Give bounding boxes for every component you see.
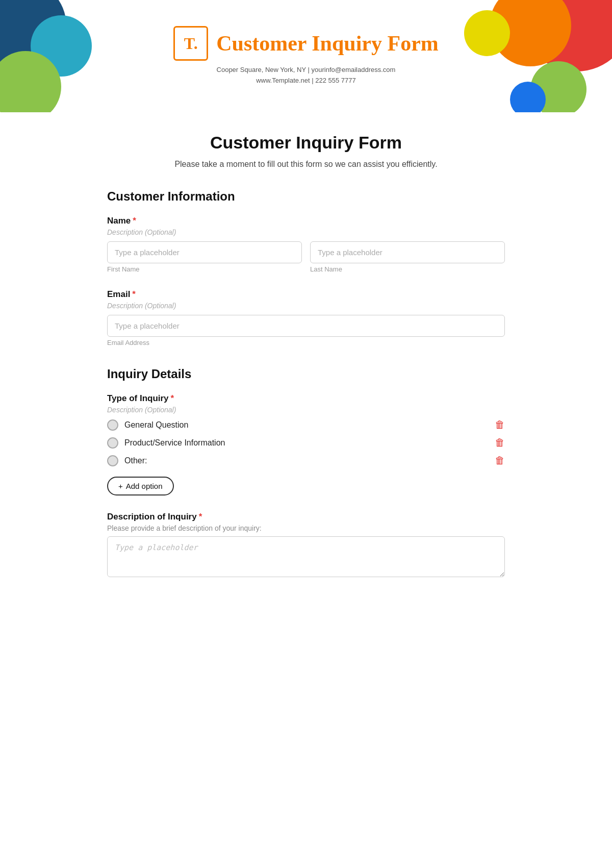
blob-orange-top: [490, 0, 571, 66]
required-star-type: *: [171, 393, 174, 403]
description-textarea[interactable]: [107, 536, 505, 577]
form-subtitle: Please take a moment to fill out this fo…: [107, 160, 505, 169]
form-main-title: Customer Inquiry Form: [107, 133, 505, 153]
add-option-button[interactable]: + Add option: [107, 477, 174, 495]
logo-row: T. Customer Inquiry Form: [173, 26, 439, 61]
radio-circle-1[interactable]: [107, 437, 118, 449]
radio-label-1: Product/Service Information: [124, 438, 225, 448]
header-title: Customer Inquiry Form: [216, 31, 439, 56]
field-description-inquiry-type: Description (Optional): [107, 406, 505, 414]
required-star-description: *: [199, 512, 202, 522]
radio-option-2: Other: 🗑: [107, 455, 505, 466]
logo-letter: T.: [184, 34, 198, 53]
blob-red-top: [520, 0, 612, 71]
description-hint: Please provide a brief description of yo…: [107, 524, 505, 532]
header-content: T. Customer Inquiry Form Cooper Square, …: [173, 26, 439, 86]
blob-blue-right: [510, 82, 546, 112]
radio-label-0: General Question: [124, 420, 188, 430]
radio-left-0: General Question: [107, 419, 188, 431]
field-group-description: Description of Inquiry* Please provide a…: [107, 512, 505, 579]
field-label-inquiry-type: Type of Inquiry*: [107, 393, 505, 404]
field-label-name: Name*: [107, 216, 505, 226]
field-group-email: Email* Description (Optional) Email Addr…: [107, 289, 505, 346]
email-wrapper: Email Address: [107, 315, 505, 346]
first-name-input[interactable]: [107, 241, 302, 263]
last-name-wrapper: Last Name: [310, 241, 505, 273]
radio-left-2: Other:: [107, 455, 147, 466]
section-inquiry-details: Inquiry Details: [107, 367, 505, 381]
first-name-wrapper: First Name: [107, 241, 302, 273]
radio-option-1: Product/Service Information 🗑: [107, 437, 505, 449]
delete-icon-1[interactable]: 🗑: [495, 437, 505, 449]
blob-dark-blue: [0, 0, 66, 71]
radio-circle-0[interactable]: [107, 419, 118, 431]
page-header: T. Customer Inquiry Form Cooper Square, …: [0, 0, 612, 112]
field-group-name: Name* Description (Optional) First Name …: [107, 216, 505, 273]
field-label-email: Email*: [107, 289, 505, 300]
logo-box: T.: [173, 26, 208, 61]
blob-green-right: [530, 61, 586, 112]
radio-left-1: Product/Service Information: [107, 437, 225, 449]
radio-option-0: General Question 🗑: [107, 419, 505, 431]
blob-green: [0, 51, 61, 112]
add-icon: +: [118, 482, 123, 490]
main-content: Customer Inquiry Form Please take a mome…: [97, 112, 515, 626]
field-description-name: Description (Optional): [107, 228, 505, 236]
delete-icon-0[interactable]: 🗑: [495, 419, 505, 431]
contact-line2: www.Template.net | 222 555 7777: [217, 76, 396, 86]
first-name-sublabel: First Name: [107, 265, 302, 273]
required-star-name: *: [133, 216, 136, 226]
delete-icon-2[interactable]: 🗑: [495, 455, 505, 466]
name-input-row: First Name Last Name: [107, 241, 505, 273]
radio-circle-2[interactable]: [107, 455, 118, 466]
field-group-inquiry-type: Type of Inquiry* Description (Optional) …: [107, 393, 505, 495]
last-name-input[interactable]: [310, 241, 505, 263]
field-description-email: Description (Optional): [107, 302, 505, 310]
header-contact: Cooper Square, New York, NY | yourinfo@e…: [217, 65, 396, 86]
radio-label-2: Other:: [124, 456, 147, 465]
blob-yellow: [464, 10, 510, 56]
required-star-email: *: [132, 289, 136, 299]
contact-line1: Cooper Square, New York, NY | yourinfo@e…: [217, 65, 396, 76]
section-customer-info: Customer Information: [107, 189, 505, 204]
field-label-description: Description of Inquiry*: [107, 512, 505, 522]
add-option-label: Add option: [126, 482, 163, 490]
blob-teal: [31, 15, 92, 77]
email-input[interactable]: [107, 315, 505, 337]
email-sublabel: Email Address: [107, 339, 505, 346]
last-name-sublabel: Last Name: [310, 265, 505, 273]
